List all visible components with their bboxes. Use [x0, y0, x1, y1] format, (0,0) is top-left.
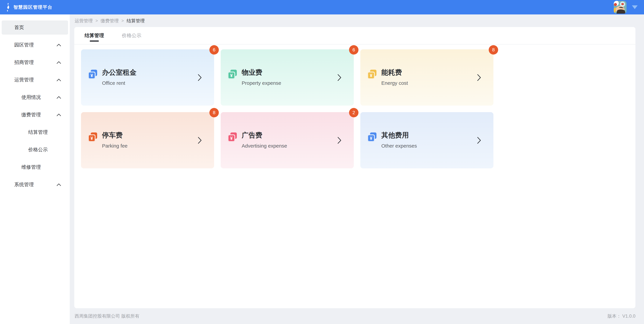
- svg-text:¥: ¥: [370, 73, 372, 78]
- chevron-right-icon: [338, 137, 341, 144]
- sidebar-item-payment-management[interactable]: 缴费管理: [2, 108, 68, 122]
- fee-subtitle: Energy cost: [381, 80, 408, 86]
- breadcrumb-item[interactable]: 运营管理: [74, 18, 93, 24]
- sidebar-item-usage-status[interactable]: 使用情况: [2, 90, 68, 104]
- fee-subtitle: Property expense: [242, 80, 281, 86]
- sidebar-item-label: 缴费管理: [21, 111, 41, 118]
- sidebar-item-label: 首页: [14, 24, 24, 31]
- chevron-up-icon: [57, 113, 61, 116]
- sidebar-item-investment-management[interactable]: 招商管理: [2, 55, 68, 69]
- fee-title: 物业费: [242, 68, 281, 76]
- fee-title: 其他费用: [381, 131, 417, 139]
- app-title: 智慧园区管理平台: [14, 4, 52, 10]
- chevron-up-icon: [57, 61, 61, 64]
- fee-bill-icon: ¥: [367, 69, 377, 79]
- sidebar-item-home[interactable]: 首页: [2, 20, 68, 34]
- chevron-right-icon: [477, 74, 481, 81]
- fee-subtitle: Advertising expense: [242, 143, 287, 149]
- breadcrumb-item-current: 结算管理: [126, 18, 145, 24]
- sidebar-item-label: 招商管理: [14, 59, 34, 66]
- sidebar-item-park-management[interactable]: 园区管理: [2, 38, 68, 52]
- fee-card-parking[interactable]: 8 ¥ 停车费 Parking fee: [81, 112, 214, 168]
- svg-text:¥: ¥: [230, 73, 232, 78]
- version-text: 版本： V1.0.0: [607, 313, 636, 319]
- chevron-up-icon: [57, 183, 61, 186]
- content-panel: 结算管理 价格公示 6 ¥ 办公室租金 Of: [74, 27, 636, 308]
- count-badge: 8: [489, 45, 498, 54]
- sidebar-item-operation-management[interactable]: 运营管理: [2, 73, 68, 87]
- chevron-up-icon: [57, 79, 61, 81]
- svg-text:¥: ¥: [90, 136, 93, 141]
- fee-subtitle: Office rent: [102, 80, 136, 86]
- chevron-right-icon: [338, 74, 341, 81]
- chevron-right-icon: [198, 137, 202, 144]
- active-tab-underline: [90, 40, 99, 42]
- count-badge: 6: [210, 45, 219, 54]
- chevron-right-icon: [477, 137, 481, 144]
- app-header: 智慧园区管理平台: [0, 0, 644, 14]
- fee-subtitle: Parking fee: [102, 143, 128, 149]
- fee-bill-icon: ¥: [88, 132, 98, 142]
- sidebar-item-label: 系统管理: [14, 181, 34, 188]
- svg-text:¥: ¥: [370, 136, 372, 141]
- copyright-text: 西周集团控股有限公司 版权所有: [74, 313, 140, 319]
- fee-card-property[interactable]: 6 ¥ 物业费 Property expense: [221, 49, 354, 106]
- tab-settlement-management[interactable]: 结算管理: [84, 27, 104, 44]
- fee-bill-icon: ¥: [88, 69, 98, 79]
- fee-card-office-rent[interactable]: 6 ¥ 办公室租金 Office rent: [81, 49, 214, 106]
- page-footer: 西周集团控股有限公司 版权所有 版本： V1.0.0: [74, 308, 636, 324]
- sidebar-nav: 首页 园区管理 招商管理 运营管理 使用情况 缴费管理 结算管理 价格公示: [0, 14, 70, 324]
- fee-card-other[interactable]: ¥ 其他费用 Other expenses: [360, 112, 494, 168]
- fee-bill-icon: ¥: [228, 69, 237, 79]
- svg-text:¥: ¥: [90, 73, 93, 78]
- brand-flame-icon: [5, 3, 11, 12]
- fee-card-advertising[interactable]: 2 ¥ 广告费 Advertising expense: [221, 112, 354, 168]
- fee-bill-icon: ¥: [367, 132, 377, 142]
- breadcrumb: 运营管理 > 缴费管理 > 结算管理: [74, 14, 636, 27]
- sidebar-item-label: 运营管理: [14, 76, 34, 83]
- fee-title: 能耗费: [381, 68, 408, 76]
- fee-subtitle: Other expenses: [381, 143, 417, 149]
- sidebar-item-settlement-management[interactable]: 结算管理: [2, 125, 68, 139]
- fee-card-energy[interactable]: 8 ¥ 能耗费 Energy cost: [360, 49, 494, 106]
- fee-card-grid: 6 ¥ 办公室租金 Office rent 6: [74, 44, 636, 168]
- fee-title: 广告费: [242, 131, 287, 139]
- sidebar-item-price-publicity[interactable]: 价格公示: [2, 143, 68, 157]
- sidebar-item-label: 维修管理: [21, 164, 41, 171]
- sidebar-item-label: 园区管理: [14, 42, 34, 48]
- breadcrumb-separator-icon: >: [96, 18, 98, 23]
- user-menu-caret-icon[interactable]: [632, 5, 638, 9]
- sidebar-item-system-management[interactable]: 系统管理: [2, 178, 68, 192]
- chevron-right-icon: [198, 74, 202, 81]
- sidebar-item-label: 价格公示: [28, 146, 48, 153]
- sidebar-item-label: 结算管理: [28, 129, 48, 136]
- tab-bar: 结算管理 价格公示: [74, 27, 636, 44]
- breadcrumb-separator-icon: >: [122, 18, 124, 23]
- chevron-up-icon: [57, 44, 61, 46]
- chevron-up-icon: [57, 96, 61, 99]
- user-avatar[interactable]: [614, 1, 626, 13]
- fee-title: 办公室租金: [102, 68, 136, 76]
- breadcrumb-item[interactable]: 缴费管理: [101, 18, 119, 24]
- fee-bill-icon: ¥: [228, 132, 237, 142]
- sidebar-item-maintenance-management[interactable]: 维修管理: [2, 160, 68, 174]
- fee-title: 停车费: [102, 131, 128, 139]
- count-badge: 8: [210, 108, 219, 117]
- count-badge: 6: [349, 45, 358, 54]
- svg-text:¥: ¥: [230, 136, 232, 141]
- tab-price-publicity[interactable]: 价格公示: [122, 27, 141, 44]
- sidebar-item-label: 使用情况: [21, 94, 41, 101]
- count-badge: 2: [349, 108, 358, 117]
